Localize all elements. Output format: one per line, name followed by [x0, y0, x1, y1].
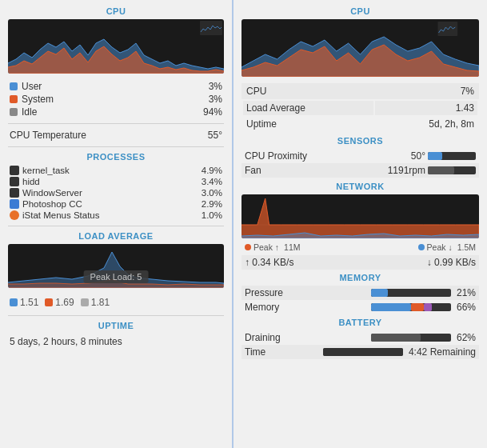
cpu-temp-row: CPU Temperature 55°: [8, 129, 224, 142]
process-row: Photoshop CC 2.9%: [8, 198, 224, 210]
pressure-bar-track: [371, 289, 451, 297]
user-value: 3%: [209, 81, 222, 92]
memory-title: MEMORY: [242, 273, 479, 282]
peak-up-dot: [245, 244, 251, 250]
left-cpu-title: CPU: [8, 6, 224, 16]
proc-icon: [10, 210, 19, 220]
draining-bar-container: 62%: [371, 332, 476, 343]
memory-bar-blue: [371, 303, 411, 311]
time-label: Time: [245, 346, 265, 358]
idle-dot: [10, 108, 18, 116]
fan-bar-container: 1191rpm: [388, 165, 476, 176]
memory-bar-purple: [424, 303, 432, 311]
time-row: Time 4:42 Remaining: [242, 345, 479, 359]
sensors-title: SENSORS: [242, 136, 479, 146]
memory-bar-track: [371, 303, 451, 311]
peak-down-legend: Peak ↓ 1.5M: [418, 242, 476, 252]
load-uptime-table: Load Average 1.43 Uptime 5d, 2h, 8m: [242, 99, 479, 133]
memory-label: Memory: [245, 302, 279, 313]
load-dot-2: [45, 298, 53, 306]
proc-name: iStat Menus Status: [22, 210, 100, 220]
network-legend: Peak ↑ 11M Peak ↓ 1.5M: [242, 241, 479, 254]
load-avg-graph: Peak Load: 5: [8, 244, 224, 288]
time-value: 4:42 Remaining: [409, 346, 476, 358]
divider-4: [8, 315, 224, 316]
proc-name: WindowServer: [22, 188, 82, 198]
peak-up-label: Peak ↑: [253, 242, 279, 252]
processes-title: PROCESSES: [8, 152, 224, 162]
load-num-1: 1.51: [10, 297, 38, 308]
cpu-legend: User 3% System 3% Idle 94%: [8, 80, 224, 118]
speed-up-value: 0.34 KB/s: [252, 257, 293, 268]
proc-name: kernel_task: [22, 166, 70, 175]
system-dot: [10, 95, 18, 103]
load-avg-title: LOAD AVERAGE: [8, 231, 224, 241]
cpu-proximity-bar-track: [428, 152, 476, 160]
draining-bar-track: [371, 334, 451, 342]
cpu-graph-left: [8, 19, 224, 74]
proc-value: 3.4%: [202, 177, 222, 186]
speed-down: ↓ 0.99 KB/s: [427, 257, 476, 268]
load-dot-1: [10, 298, 18, 306]
right-cpu-percent: 7%: [461, 86, 474, 97]
draining-row: Draining 62%: [242, 330, 479, 345]
divider-3: [8, 226, 224, 226]
uptime-row: Uptime 5d, 2h, 8m: [243, 117, 477, 131]
process-row: kernel_task 4.9%: [8, 165, 224, 176]
peak-up-value: 11M: [284, 242, 300, 252]
pressure-bar-fill: [371, 289, 388, 297]
legend-idle: Idle 94%: [8, 106, 224, 118]
load-value-3: 1.81: [91, 297, 110, 308]
right-cpu-label: CPU: [246, 86, 266, 97]
system-label: System: [22, 94, 54, 105]
cpu-proximity-bar-container: 50°: [411, 150, 476, 162]
time-bar-track: [323, 348, 403, 356]
user-dot: [10, 82, 18, 90]
pressure-value: 21%: [457, 287, 476, 298]
proc-value: 3.0%: [202, 188, 222, 198]
load-avg-nums: 1.51 1.69 1.81: [8, 294, 224, 310]
legend-user: User 3%: [8, 80, 224, 93]
proc-value: 4.9%: [202, 166, 222, 175]
proc-icon: [10, 166, 19, 175]
legend-system: System 3%: [8, 93, 224, 106]
cpu-graph-right: [242, 19, 479, 77]
memory-value: 66%: [457, 302, 476, 313]
network-graph: [242, 194, 479, 238]
battery-title: BATTERY: [242, 318, 479, 327]
cpu-proximity-value: 50°: [411, 150, 425, 162]
process-row: hidd 3.4%: [8, 176, 224, 187]
proc-icon: [10, 188, 19, 198]
proc-name: Photoshop CC: [22, 199, 82, 209]
peak-down-label: Peak ↓: [427, 242, 453, 252]
proc-icon: [10, 177, 19, 186]
proc-value: 2.9%: [202, 199, 222, 209]
load-num-3: 1.81: [81, 297, 110, 308]
peak-down-dot: [418, 244, 425, 250]
fan-value: 1191rpm: [388, 165, 425, 176]
user-label: User: [22, 81, 42, 92]
uptime-label: Uptime: [243, 117, 373, 131]
divider-2: [8, 146, 224, 147]
proc-value: 1.0%: [202, 210, 222, 220]
idle-value: 94%: [203, 106, 222, 118]
draining-label: Draining: [245, 332, 281, 343]
time-bar-container: 4:42 Remaining: [323, 346, 476, 358]
network-speeds: ↑ 0.34 KB/s ↓ 0.99 KB/s: [242, 255, 479, 270]
cpu-percent-row: CPU 7%: [242, 83, 479, 99]
load-avg-row: Load Average 1.43: [243, 101, 477, 115]
uptime-value: 5 days, 2 hours, 8 minutes: [8, 334, 224, 350]
divider-1: [8, 123, 224, 124]
peak-up-legend: Peak ↑ 11M: [245, 242, 301, 252]
proc-icon: [10, 199, 19, 209]
speed-down-value: 0.99 KB/s: [434, 257, 476, 268]
memory-bar-red: [411, 303, 424, 311]
uptime-title: UPTIME: [8, 321, 224, 330]
process-row: iStat Menus Status 1.0%: [8, 210, 224, 221]
time-bar-fill: [323, 348, 403, 356]
fan-bar-fill: [428, 166, 454, 174]
load-num-2: 1.69: [45, 297, 74, 308]
peak-down-value: 1.5M: [457, 242, 476, 252]
memory-usage-row: Memory 66%: [242, 300, 479, 314]
processes-list: kernel_task 4.9% hidd 3.4% WindowServer …: [8, 165, 224, 221]
